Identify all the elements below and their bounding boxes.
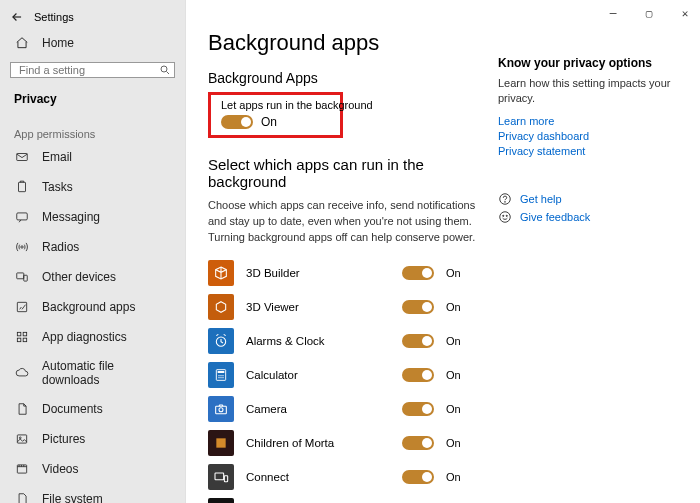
close-button[interactable]: ✕ (676, 4, 694, 22)
app-row: 3D BuilderOn (208, 260, 476, 286)
svg-rect-9 (23, 332, 27, 336)
app-toggle[interactable] (402, 334, 434, 348)
app-icon (208, 362, 234, 388)
link-learn-more[interactable]: Learn more (498, 115, 688, 127)
app-toggle[interactable] (402, 300, 434, 314)
search-icon (159, 64, 171, 76)
app-toggle[interactable] (402, 266, 434, 280)
svg-point-20 (222, 375, 223, 376)
app-toggle-state: On (446, 369, 476, 381)
app-name: Calculator (246, 369, 390, 381)
sidebar-item-other-devices[interactable]: Other devices (0, 262, 185, 292)
app-row: 3D ViewerOn (208, 294, 476, 320)
sidebar-item-background-apps[interactable]: Background apps (0, 292, 185, 322)
master-toggle[interactable] (221, 115, 253, 129)
link-privacy-dashboard[interactable]: Privacy dashboard (498, 130, 688, 142)
sidebar-item-home[interactable]: Home (0, 28, 185, 58)
app-toggle[interactable] (402, 402, 434, 416)
svg-rect-1 (17, 154, 28, 161)
app-row: Alarms & ClockOn (208, 328, 476, 354)
svg-rect-7 (17, 302, 26, 311)
app-row: ConnectOn (208, 464, 476, 490)
sidebar-item-label: Other devices (42, 270, 116, 284)
get-help-link[interactable]: Get help (498, 192, 688, 206)
sidebar: Settings Home Privacy App permissions Em… (0, 0, 186, 503)
app-list: 3D BuilderOn3D ViewerOnAlarms & ClockOnC… (208, 260, 476, 503)
sidebar-item-label: File system (42, 492, 103, 503)
tasks-icon (14, 179, 30, 195)
master-toggle-state: On (261, 115, 277, 129)
sidebar-section-header: Privacy (0, 86, 185, 110)
sidebar-item-radios[interactable]: Radios (0, 232, 185, 262)
background-apps-icon (14, 299, 30, 315)
app-row: CalculatorOn (208, 362, 476, 388)
sidebar-item-email[interactable]: Email (0, 142, 185, 172)
app-name: Children of Morta (246, 437, 390, 449)
sidebar-item-label: Messaging (42, 210, 100, 224)
search-field[interactable] (17, 63, 159, 77)
devices-icon (14, 269, 30, 285)
app-toggle[interactable] (402, 368, 434, 382)
sidebar-item-pictures[interactable]: Pictures (0, 424, 185, 454)
search-input[interactable] (10, 62, 175, 78)
app-toggle-state: On (446, 335, 476, 347)
svg-rect-12 (17, 435, 26, 443)
app-icon (208, 328, 234, 354)
give-feedback-label: Give feedback (520, 211, 590, 223)
feedback-icon (498, 210, 512, 224)
section-subtitle: Background Apps (208, 70, 476, 86)
app-icon (208, 396, 234, 422)
svg-point-21 (218, 377, 219, 378)
svg-point-25 (219, 407, 223, 411)
window-title: Settings (34, 11, 74, 23)
home-icon (14, 35, 30, 51)
svg-rect-3 (17, 213, 28, 220)
sidebar-item-label: Tasks (42, 180, 73, 194)
back-icon[interactable] (10, 10, 24, 24)
sidebar-item-messaging[interactable]: Messaging (0, 202, 185, 232)
svg-point-35 (506, 215, 507, 216)
sidebar-item-tasks[interactable]: Tasks (0, 172, 185, 202)
sidebar-item-videos[interactable]: Videos (0, 454, 185, 484)
sidebar-item-label: Pictures (42, 432, 85, 446)
app-toggle-state: On (446, 267, 476, 279)
master-toggle-label: Let apps run in the background (221, 99, 330, 111)
app-icon (208, 498, 234, 503)
radios-icon (14, 239, 30, 255)
sidebar-item-label: App diagnostics (42, 330, 127, 344)
app-row: Dolby AccessOn (208, 498, 476, 503)
privacy-options-text: Learn how this setting impacts your priv… (498, 76, 688, 107)
sidebar-item-file-system[interactable]: File system (0, 484, 185, 503)
svg-rect-8 (17, 332, 21, 336)
link-privacy-statement[interactable]: Privacy statement (498, 145, 688, 157)
app-toggle[interactable] (402, 470, 434, 484)
svg-rect-2 (19, 182, 26, 191)
svg-rect-17 (218, 371, 225, 373)
app-icon (208, 294, 234, 320)
sidebar-item-auto-downloads[interactable]: Automatic file downloads (0, 352, 185, 394)
pictures-icon (14, 431, 30, 447)
app-row: CameraOn (208, 396, 476, 422)
app-toggle[interactable] (402, 436, 434, 450)
sidebar-item-label: Automatic file downloads (42, 359, 171, 387)
sidebar-item-label: Documents (42, 402, 103, 416)
maximize-button[interactable]: ▢ (640, 4, 658, 22)
minimize-button[interactable]: ─ (604, 4, 622, 22)
app-icon (208, 464, 234, 490)
svg-rect-6 (24, 275, 28, 281)
give-feedback-link[interactable]: Give feedback (498, 210, 688, 224)
app-name: Alarms & Clock (246, 335, 390, 347)
help-icon (498, 192, 512, 206)
sidebar-item-app-diagnostics[interactable]: App diagnostics (0, 322, 185, 352)
file-system-icon (14, 491, 30, 503)
svg-rect-5 (17, 273, 24, 279)
videos-icon (14, 461, 30, 477)
apps-section-heading: Select which apps can run in the backgro… (208, 156, 476, 190)
svg-point-23 (222, 377, 223, 378)
privacy-options-title: Know your privacy options (498, 56, 688, 70)
page-title: Background apps (208, 30, 476, 56)
sidebar-item-documents[interactable]: Documents (0, 394, 185, 424)
email-icon (14, 149, 30, 165)
main-content: Background apps Background Apps Let apps… (208, 12, 476, 503)
svg-rect-10 (17, 338, 21, 342)
